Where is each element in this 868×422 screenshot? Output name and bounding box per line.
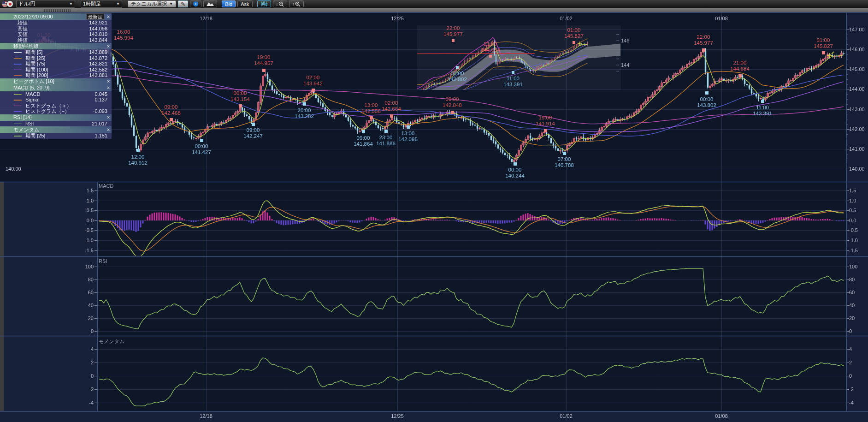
close-icon[interactable]: ×: [107, 79, 110, 84]
line-swatch-icon: [14, 75, 22, 76]
ask-toggle-label: Ask: [241, 1, 249, 7]
indicator-row: 期間 [25]143.872: [0, 55, 112, 61]
ohlc-label: 安値: [18, 31, 28, 37]
close-icon[interactable]: ×: [107, 44, 110, 49]
indicator-row: Signal0.137: [0, 97, 112, 103]
currency-pair-flags: [1, 0, 13, 7]
info-icon: i: [193, 1, 198, 6]
indicator-label: 期間 [25]: [25, 133, 45, 139]
area-chart-button[interactable]: [203, 0, 217, 7]
candlestick-icon: [260, 1, 268, 6]
chevron-down-icon: ▼: [116, 2, 120, 6]
indicator-row: MACD0.045: [0, 91, 112, 97]
indicator-value: 0.137: [94, 97, 107, 103]
line-swatch-icon: [14, 124, 22, 125]
indicator-label: MACD: [25, 91, 40, 97]
indicator-section-header: RSI [14]×: [0, 114, 112, 121]
timeframe-select[interactable]: 1時間足 ▼: [81, 0, 122, 8]
toolbar: ドル/円 ▼ 1時間足 ▼ テクニカル選択 ▼ ✎ i Bid Ask: [0, 0, 868, 8]
magnifier-minus-icon: [278, 1, 284, 7]
latest-bar-badge: 最新足: [86, 13, 105, 20]
ohlc-label: 始値: [18, 20, 28, 26]
indicator-label: ヒストグラム（＋）: [25, 103, 72, 109]
indicator-value: 143.869: [89, 49, 107, 55]
indicator-row: 期間 [75]142.821: [0, 61, 112, 67]
technical-select-button[interactable]: テクニカル選択 ▼: [128, 0, 176, 7]
indicator-label: 期間 [5]: [25, 49, 42, 55]
chevron-down-icon: ▼: [69, 2, 73, 6]
indicator-row: ヒストグラム（＋）: [0, 103, 112, 109]
indicator-row: 期間 [100]142.582: [0, 67, 112, 73]
ohlc-info-panel: 2023/12/20 09:00 最新足 × 始値143.921高値144.09…: [0, 13, 112, 139]
mountain-icon: [207, 2, 214, 6]
indicator-value: 143.872: [89, 55, 107, 61]
indicator-value: 142.582: [89, 67, 107, 73]
indicator-row: 期間 [25]1.151: [0, 133, 112, 139]
info-button[interactable]: i: [190, 0, 201, 7]
pair-select-label: ドル/円: [18, 0, 35, 7]
indicator-value: 142.821: [89, 61, 107, 67]
section-title: モメンタム: [13, 127, 39, 133]
technical-select-label: テクニカル選択: [131, 0, 167, 7]
ohlc-value: 143.921: [89, 20, 107, 26]
zoom-in-button[interactable]: ↑: [289, 0, 304, 7]
draw-tool-button[interactable]: ✎: [178, 0, 188, 7]
bid-toggle[interactable]: Bid: [222, 0, 236, 7]
section-title: 移動平均線: [13, 43, 39, 49]
indicator-label: 期間 [75]: [25, 61, 45, 67]
line-swatch-icon: [14, 64, 22, 65]
section-title: ピークボトム [10]: [13, 78, 54, 84]
down-arrow-icon: ↓: [276, 2, 278, 6]
indicator-value: 0.045: [94, 91, 107, 97]
line-swatch-icon: [14, 100, 22, 101]
indicator-row: ヒストグラム（−）-0.093: [0, 108, 112, 114]
ohlc-row: 始値143.921: [0, 20, 112, 26]
close-icon[interactable]: ×: [107, 14, 110, 19]
zoom-out-button[interactable]: ↓: [273, 0, 288, 7]
timeframe-select-label: 1時間足: [83, 0, 101, 7]
indicator-row: 期間 [200]143.881: [0, 72, 112, 78]
ohlc-value: 143.844: [89, 37, 107, 43]
magnifier-plus-icon: [295, 1, 301, 7]
bar-datetime: 2023/12/20 09:00: [13, 14, 53, 20]
ohlc-label: 高値: [18, 26, 28, 32]
close-icon[interactable]: ×: [107, 127, 110, 132]
drag-handle[interactable]: [43, 9, 71, 12]
indicator-label: 期間 [25]: [25, 55, 45, 61]
line-swatch-icon: [14, 94, 22, 95]
chart-canvas[interactable]: [0, 0, 868, 422]
line-swatch-icon: [14, 70, 22, 71]
indicator-value: 21.017: [92, 121, 107, 127]
indicator-section-header: ピークボトム [10]×: [0, 78, 112, 85]
fx-chart-app: ドル/円 ▼ 1時間足 ▼ テクニカル選択 ▼ ✎ i Bid Ask: [0, 0, 868, 422]
indicator-row: 期間 [5]143.869: [0, 49, 112, 55]
indicator-section-header: MACD [5, 20, 9]×: [0, 85, 112, 91]
indicator-section-header: 移動平均線×: [0, 43, 112, 49]
pair-select[interactable]: ドル/円 ▼: [16, 0, 75, 8]
indicator-value: 1.151: [94, 133, 107, 139]
ohlc-row: 高値144.096: [0, 26, 112, 32]
section-title: RSI [14]: [13, 114, 32, 120]
candle-chart-button[interactable]: [257, 0, 271, 7]
close-icon[interactable]: ×: [107, 115, 110, 120]
bid-toggle-label: Bid: [225, 1, 232, 7]
indicator-label: RSI: [25, 121, 34, 127]
indicator-label: 期間 [200]: [25, 72, 48, 78]
ohlc-row: 終値143.844: [0, 37, 112, 43]
indicator-section-header: モメンタム×: [0, 126, 112, 133]
line-swatch-icon: [14, 136, 22, 137]
indicator-label: 期間 [100]: [25, 67, 48, 73]
jp-flag-icon: [6, 0, 13, 7]
up-arrow-icon: ↑: [292, 2, 295, 6]
ohlc-label: 終値: [18, 37, 28, 43]
info-panel-body: 始値143.921高値144.096安値143.810終値143.844移動平均…: [0, 20, 112, 139]
ohlc-value: 143.810: [89, 31, 107, 37]
close-icon[interactable]: ×: [107, 85, 110, 90]
ask-toggle[interactable]: Ask: [237, 0, 252, 7]
pencil-icon: ✎: [181, 1, 185, 7]
ohlc-row: 安値143.810: [0, 31, 112, 37]
line-swatch-icon: [14, 106, 22, 107]
indicator-label: Signal: [25, 97, 40, 103]
chevron-down-icon: ▼: [169, 2, 173, 6]
info-panel-header: 2023/12/20 09:00 最新足 ×: [0, 13, 112, 20]
